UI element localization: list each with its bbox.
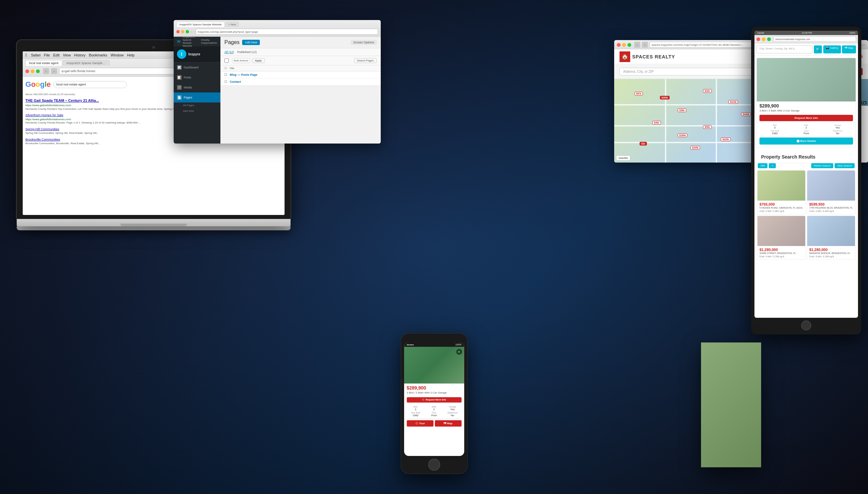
wp-apply-button[interactable]: Apply [252,58,265,63]
spaces-logo-text: SPACES REALTY [632,54,675,59]
wp-tab-published[interactable]: Published (12) [238,51,257,54]
bookmarks-menu[interactable]: Bookmarks [89,53,107,57]
ipad-more-details-button[interactable]: ⬤ More Details [759,137,853,145]
ipad-stat-bed: Bed 3 [759,124,790,129]
ipad-close-icon[interactable] [756,37,760,41]
wp-tab-new[interactable]: + New [225,22,239,27]
wp-maximize-icon[interactable] [186,30,189,33]
window-menu[interactable]: Window [111,53,124,57]
iphone-pool-value: Pool [425,414,443,417]
wp-add-new-button[interactable]: Add New [242,40,260,45]
maximize-button-icon[interactable] [36,70,40,73]
map-price-7[interactable]: $45k [652,121,661,125]
file-menu[interactable]: File [44,53,50,57]
wp-address-bar[interactable]: inspyredx.com/wp-admin/edit.php?post_typ… [196,29,378,35]
wp-nav-forward[interactable]: › [193,31,194,33]
edit-menu[interactable]: Edit [53,53,59,57]
iphone-home-button[interactable] [428,459,440,471]
wp-nav-back[interactable]: ‹ [191,31,191,33]
map-price-8[interactable]: $50k [703,125,712,129]
ipad-maximize-icon[interactable] [767,37,771,41]
ipad-home-button[interactable] [801,320,811,330]
map-satellite-button[interactable]: Satellite [616,155,630,160]
view-menu[interactable]: View [63,53,71,57]
back-button[interactable]: ‹ [43,68,49,74]
iphone-map-button[interactable]: 🗺 Map [435,420,462,426]
wp-bulk-actions-select[interactable]: Bulk Actions [232,58,250,63]
wp-tab-inspyre[interactable]: InspyreDX Spaces Sample Website [176,22,225,27]
history-menu[interactable]: History [74,53,86,57]
map-price-11[interactable]: $325k [721,137,731,141]
forward-button[interactable]: › [51,68,57,74]
ipad-search-button[interactable]: 🔍 [814,45,822,53]
spaces-maximize-icon[interactable] [628,43,631,47]
wp-menu-media[interactable]: 🖼 Media [174,82,220,93]
ipad-address-bar[interactable]: blossomrealestate.inspyredx.com [774,36,856,42]
wp-row-blog-title[interactable]: Blog — Posts Page [230,73,377,76]
spaces-minimize-icon[interactable] [622,43,626,47]
ipad-stat-bath: Bath 2 [791,124,821,129]
wp-select-all-checkbox[interactable] [224,58,229,63]
iphone-tour-button[interactable]: 🔴 Tour [407,420,433,426]
spaces-close-icon[interactable] [617,43,621,47]
iphone-close-icon[interactable]: ✕ [456,349,462,355]
google-search-query: local real estate agent [56,82,86,87]
ipad-listing-4[interactable]: $1,280,000 MANATEE AVENUE, BRADENTON, FL… [807,216,855,260]
wp-row-checkbox[interactable]: ☐ [224,73,227,76]
ipad-page-number[interactable]: 265 [758,163,768,168]
map-price-2[interactable]: $265k [660,96,670,99]
wp-menu-posts[interactable]: 📝 Posts [174,72,220,82]
ipad-gallery-button[interactable]: 📷 Gallery [823,45,841,53]
iphone-request-info-button[interactable]: 🔴 Request More Info [407,397,462,402]
wp-screen-options-button[interactable]: Screen Options [351,40,377,45]
ipad-request-info-button[interactable]: Request More Info [759,115,853,121]
ipad-new-search-button[interactable]: New Search [835,163,855,168]
google-search-bar[interactable]: local real estate agent [53,81,127,88]
wp-minimize-icon[interactable] [181,30,184,33]
map-price-6[interactable]: $430k [741,113,751,116]
map-price-12[interactable]: $2k [640,142,647,146]
spaces-forward-button[interactable]: › [642,42,648,48]
ipad-time: 12:49 PM [802,32,812,34]
iphone-property-desc: 3 Bed / 2 Bath With 2-Car Garage [404,391,464,396]
map-price-3[interactable]: $32k [703,89,712,93]
wp-submenu-all-pages[interactable]: All Pages [174,102,220,108]
ipad-listing-2[interactable]: $599,950 7755 PALERMO BLVD, BRADENTON, F… [807,170,855,214]
wp-close-icon[interactable] [176,30,180,33]
browser-tab-inactive[interactable]: InspyreDX Spaces Sample Website [63,60,110,66]
wp-search-pages-button[interactable]: Search Pages [354,58,377,63]
wp-title-column-header[interactable]: Title [229,67,235,70]
ipad-refine-search-button[interactable]: Refine Search [811,163,834,168]
iphone-stat-yearbuilt: Year Built 1982 [407,412,424,417]
map-price-10[interactable]: $180k [678,134,687,137]
ipad-minimize-icon[interactable] [762,37,765,41]
iphone-stat-waterfront: Waterfront No [444,412,461,417]
ipad-listing-1-address: 5 HIDDEN ROAD, SARASOTA, FL 34231 [759,206,803,209]
ipad-bed-value: 3 [759,126,790,129]
wp-tab-all[interactable]: All (12) [224,51,234,54]
media-icon: 🖼 [177,85,182,90]
wp-logo-area: I Inspyre [174,46,220,62]
wp-menu-pages[interactable]: 📄 Pages [174,93,220,102]
ipad-map-button[interactable]: 🗺 Map [842,45,856,53]
map-price-4[interactable]: $210k [728,100,738,104]
wp-row-contact-title[interactable]: Contact [230,80,377,83]
safari-menu[interactable]: Safari [31,53,41,57]
ipad-listing-1[interactable]: $765,000 5 HIDDEN ROAD, SARASOTA, FL 342… [757,170,806,214]
iphone-action-buttons: 🔴 Tour 🗺 Map [404,419,464,428]
ipad-search-input[interactable]: City, Street, County, Zip, MLS... [756,45,813,53]
map-price-5[interactable]: $36k [678,109,686,112]
close-button-icon[interactable] [25,70,29,73]
spaces-back-button[interactable]: ‹ [634,42,640,48]
browser-tab-active[interactable]: local real estate agent [25,60,62,66]
wp-menu-dashboard[interactable]: 📊 Dashboard [174,62,220,72]
map-price-1[interactable]: $97k [634,92,643,95]
ipad-listing-3[interactable]: $1,280,000 SOME STREET, BRADENTON, FL 5 … [757,216,806,260]
wp-submenu-add-new[interactable]: Add New [174,108,220,114]
wp-row-checkbox-2[interactable]: ☐ [224,80,227,83]
map-price-13[interactable]: $349k [690,146,700,150]
minimize-button-icon[interactable] [31,70,34,73]
help-menu[interactable]: Help [127,53,134,57]
ipad-page-next[interactable]: > [769,163,776,168]
wp-logo-circle: I [177,50,186,59]
